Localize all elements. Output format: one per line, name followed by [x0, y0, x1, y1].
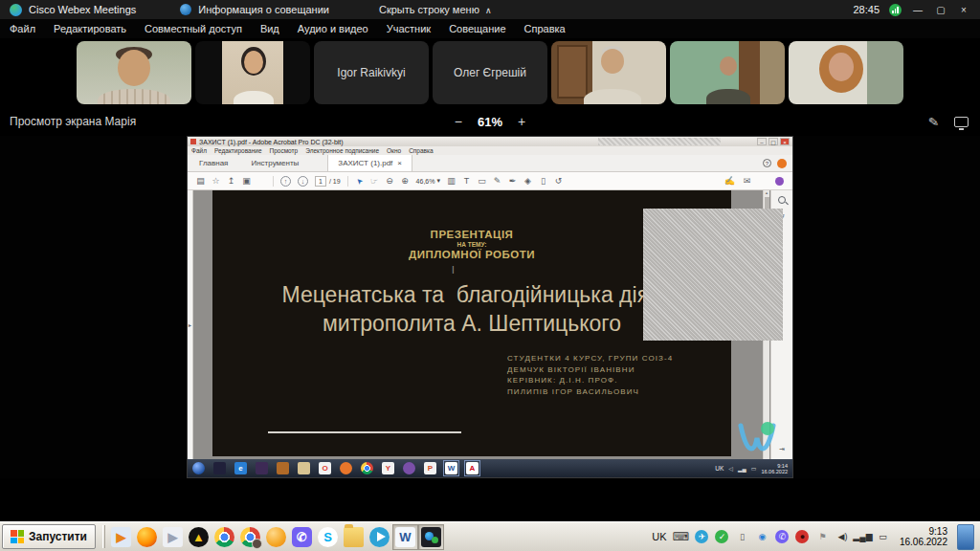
print-icon[interactable]: ▣	[242, 176, 251, 186]
help-icon[interactable]: ?	[763, 159, 771, 167]
cloud-upload-icon[interactable]: ↥	[227, 176, 235, 186]
tray-antivirus-icon[interactable]: ✓	[715, 530, 729, 544]
taskbar-clock[interactable]: 9:13 16.06.2022	[900, 526, 947, 547]
app-explorer[interactable]	[341, 524, 367, 550]
send-email-icon[interactable]: ✉	[743, 176, 751, 186]
participant-tile-igor[interactable]: Igor Raikivkyi	[314, 41, 429, 104]
participant-tile-video-1[interactable]	[77, 41, 191, 104]
tray-recorder-icon[interactable]: ●	[795, 530, 810, 544]
menu-file[interactable]: Файл	[10, 23, 35, 34]
meeting-info-icon[interactable]	[180, 4, 191, 15]
w7-clock[interactable]: 9:14 16.06.2022	[761, 463, 788, 474]
participant-tile-video-2[interactable]	[195, 41, 310, 104]
w7-app-yandex[interactable]: Y	[382, 462, 394, 474]
display-icon[interactable]	[954, 117, 969, 127]
star-icon[interactable]: ☆	[212, 176, 220, 186]
keyboard-icon[interactable]: ⌨	[673, 530, 689, 543]
w7-app-word[interactable]: W	[445, 462, 457, 474]
tray-network-icon[interactable]: ▂▄▆	[856, 530, 870, 544]
w7-app-powerpoint[interactable]: P	[424, 462, 436, 474]
select-tool-icon[interactable]: ➤	[353, 175, 366, 187]
participant-tile-video-6[interactable]	[670, 41, 785, 104]
page-current-input[interactable]: 1	[315, 176, 326, 187]
language-indicator[interactable]: UK	[652, 531, 666, 542]
app-canary[interactable]	[263, 524, 289, 550]
w7-app-orange-tool[interactable]	[277, 462, 289, 474]
acrobat-menu-window[interactable]: Окно	[387, 147, 401, 154]
fill-sign-icon[interactable]: ✍	[724, 176, 735, 186]
tray-overflow-widget[interactable]	[957, 524, 974, 550]
left-panel-collapsed[interactable]: ►	[188, 190, 193, 459]
acrobat-maximize-button[interactable]: ▢	[768, 138, 778, 145]
app-skype[interactable]: S	[315, 524, 341, 550]
app-telegram[interactable]	[367, 524, 392, 550]
rail-zoom-icon[interactable]	[778, 196, 786, 204]
menu-view[interactable]: Вид	[260, 23, 279, 34]
w7-app-gallery[interactable]	[298, 462, 310, 474]
acrobat-menu-esign[interactable]: Электронное подписание	[305, 147, 379, 154]
participant-tile-video-7[interactable]	[789, 41, 903, 104]
acrobat-menu-edit[interactable]: Редактирование	[214, 147, 262, 154]
account-avatar[interactable]	[777, 159, 787, 168]
w7-app-viber[interactable]	[403, 462, 415, 474]
w7-network-icon[interactable]: ▂▄	[738, 465, 746, 472]
tray-telegram-icon[interactable]: ✈	[695, 530, 709, 544]
w7-app-chrome[interactable]	[361, 462, 373, 474]
trash-icon[interactable]: ▯	[539, 176, 547, 186]
zoom-value-dropdown[interactable]: 46,6% ▾	[416, 177, 440, 185]
w7-app-acrobat[interactable]: A	[466, 462, 479, 474]
menu-edit[interactable]: Редактировать	[54, 23, 126, 34]
menu-audio-video[interactable]: Аудио и видео	[298, 23, 368, 34]
w7-app-ie[interactable]: e	[234, 462, 247, 474]
menu-help[interactable]: Справка	[524, 23, 566, 34]
w7-start-orb[interactable]	[192, 462, 205, 474]
w7-volume-icon[interactable]: ◁	[728, 465, 733, 472]
w7-app-orange-circle[interactable]	[340, 462, 352, 474]
zoom-out-icon[interactable]: ⊖	[386, 176, 394, 186]
tray-eye-icon[interactable]: ◉	[755, 530, 769, 544]
undo-icon[interactable]: ↺	[554, 176, 563, 186]
menu-share[interactable]: Совместный доступ	[145, 23, 242, 34]
zoom-in-icon[interactable]: ⊕	[401, 176, 410, 186]
start-button[interactable]: Запустити	[2, 524, 96, 549]
meeting-info-link[interactable]: Информация о совещании	[198, 4, 329, 15]
add-text-icon[interactable]: T	[462, 176, 471, 186]
page-number-box[interactable]: 1 / 19	[315, 176, 341, 187]
w7-app-photos[interactable]	[213, 462, 226, 474]
hand-tool-icon[interactable]: ☞	[370, 176, 379, 186]
acrobat-menu-file[interactable]: Файл	[191, 147, 207, 154]
acrobat-close-button[interactable]: ×	[780, 138, 790, 145]
acrobat-titlebar[interactable]: ЗАХИСТ (1).pdf - Adobe Acrobat Pro DC (3…	[188, 137, 792, 146]
acrobat-menu-view[interactable]: Просмотр	[270, 147, 299, 154]
sign-pen-icon[interactable]: ✒	[508, 176, 517, 186]
app-aimp[interactable]: ▲	[186, 524, 212, 550]
maximize-button[interactable]: ▢	[934, 5, 947, 15]
tray-viber-icon[interactable]: ✆	[775, 530, 790, 544]
tab-tools[interactable]: Инструменты	[239, 159, 310, 167]
hide-menu-button[interactable]: Скрыть строку меню∧	[379, 4, 491, 15]
tab-home[interactable]: Главная	[188, 159, 239, 167]
next-page-icon[interactable]: ↓	[298, 176, 308, 187]
prev-page-icon[interactable]: ↑	[280, 176, 291, 187]
zoom-out-button[interactable]: −	[455, 114, 462, 129]
toolbar-account-icon[interactable]	[775, 177, 784, 186]
minimize-button[interactable]: —	[911, 5, 924, 15]
close-button[interactable]: ×	[957, 5, 970, 15]
acrobat-minimize-button[interactable]: –	[757, 138, 767, 145]
app-word[interactable]: W	[392, 524, 418, 550]
w7-app-opera[interactable]: O	[319, 462, 331, 474]
app-chrome[interactable]	[212, 524, 237, 550]
menu-meeting[interactable]: Совещание	[449, 23, 505, 34]
stamp-icon[interactable]: ◈	[523, 176, 532, 186]
tab-document[interactable]: ЗАХИСТ (1).pdf ×	[327, 155, 412, 171]
annotate-icon[interactable]: ✎	[927, 114, 940, 129]
tray-display-icon[interactable]: ▭	[876, 530, 890, 544]
save-icon[interactable]: ▤	[196, 176, 205, 186]
w7-display-icon[interactable]: ▭	[751, 465, 757, 472]
app-media-player[interactable]: ▶	[108, 524, 134, 550]
w7-language-indicator[interactable]: UK	[715, 465, 724, 472]
app-viber[interactable]: ✆	[289, 524, 315, 550]
acrobat-menu-help[interactable]: Справка	[409, 147, 434, 154]
tab-close-icon[interactable]: ×	[397, 159, 402, 167]
rail-expand-icon[interactable]: ⇥	[779, 446, 785, 453]
